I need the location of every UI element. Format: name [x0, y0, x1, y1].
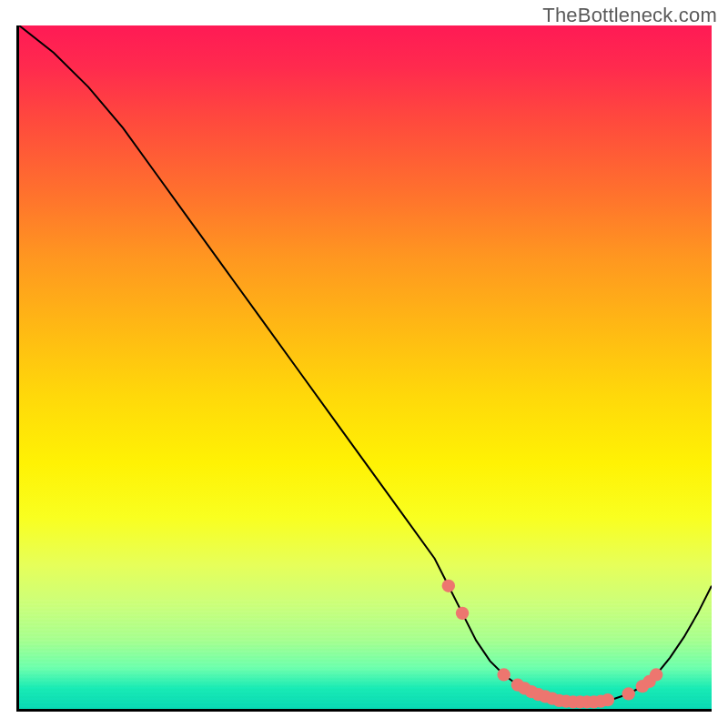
plot-area: [16, 25, 712, 712]
highlight-dot: [456, 607, 469, 620]
chart-container: TheBottleneck.com: [0, 0, 728, 728]
highlight-dot: [602, 693, 614, 706]
highlight-dot: [442, 580, 455, 592]
highlight-dots-group: [442, 580, 663, 709]
highlight-dot: [622, 687, 634, 700]
watermark-text: TheBottleneck.com: [542, 4, 717, 27]
bottleneck-curve-path: [19, 25, 712, 702]
highlight-dot: [497, 668, 510, 681]
highlight-dot: [650, 668, 662, 681]
curve-svg: [19, 25, 712, 709]
